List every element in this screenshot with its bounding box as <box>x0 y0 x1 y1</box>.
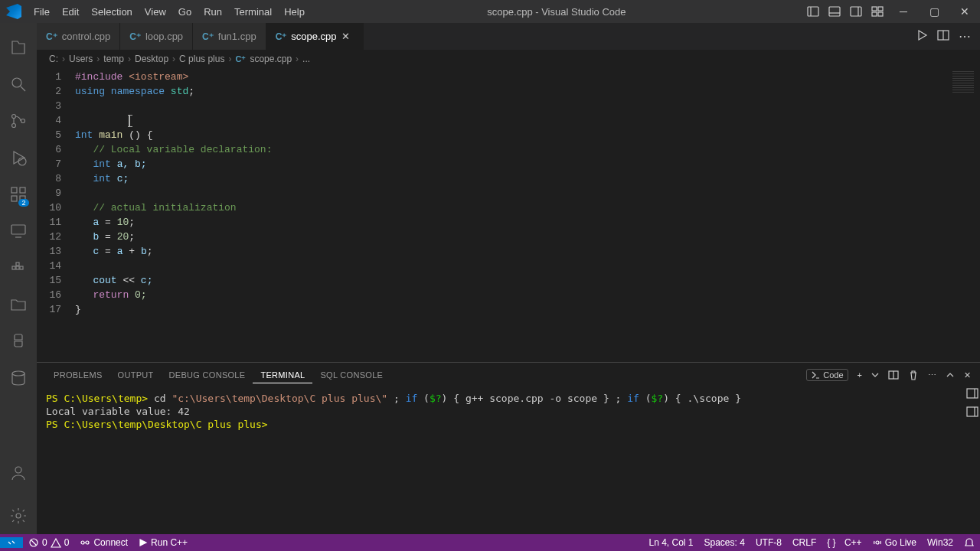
cpp-icon: C⁺ <box>202 31 214 42</box>
kill-terminal-icon[interactable] <box>908 370 919 380</box>
close-tab-icon[interactable]: ✕ <box>341 31 354 43</box>
tab-loop[interactable]: C⁺loop.cpp <box>120 23 193 50</box>
svg-rect-22 <box>12 266 15 269</box>
panel-tab-terminal[interactable]: TERMINAL <box>253 367 312 383</box>
terminal-output[interactable]: PS C:\Users\temp> cd "c:\Users\temp\Desk… <box>37 387 980 534</box>
breadcrumb[interactable]: C:› Users› temp› Desktop› C plus plus› C… <box>37 50 980 68</box>
account-icon[interactable] <box>0 455 37 491</box>
tab-label: loop.cpp <box>145 31 183 42</box>
remote-indicator[interactable] <box>0 537 23 548</box>
panel-tab-debug[interactable]: DEBUG CONSOLE <box>162 367 253 383</box>
notifications-icon[interactable] <box>959 537 980 548</box>
layout-controls <box>802 0 888 23</box>
svg-rect-33 <box>967 389 978 398</box>
breadcrumb-item[interactable]: temp <box>103 54 124 64</box>
source-control-icon[interactable] <box>0 103 37 139</box>
breadcrumb-item[interactable]: Users <box>69 54 93 64</box>
run-code-icon[interactable] <box>916 29 928 44</box>
docker-icon[interactable] <box>0 249 37 286</box>
code-editor[interactable]: 1234567891011121314151617 #include <iost… <box>37 68 980 362</box>
menu-run[interactable]: Run <box>198 2 228 21</box>
svg-rect-4 <box>851 7 861 16</box>
panel-tab-problems[interactable]: PROBLEMS <box>46 367 110 383</box>
code-content[interactable]: #include <iostream> using namespace std;… <box>75 68 980 362</box>
panel-tab-output[interactable]: OUTPUT <box>110 367 162 383</box>
svg-point-42 <box>876 541 879 544</box>
minimap[interactable] <box>952 71 974 93</box>
menu-selection[interactable]: Selection <box>85 2 138 21</box>
search-icon[interactable] <box>0 66 37 103</box>
tab-fun1[interactable]: C⁺fun1.cpp <box>193 23 266 50</box>
indentation[interactable]: Spaces: 4 <box>699 537 750 548</box>
cpp-icon: C⁺ <box>46 31 57 42</box>
chevron-right-icon: › <box>96 54 100 64</box>
breadcrumb-item[interactable]: C plus plus <box>179 54 224 64</box>
run-debug-icon[interactable] <box>0 139 37 176</box>
svg-rect-2 <box>829 7 840 16</box>
svg-point-28 <box>16 514 21 518</box>
split-terminal-icon[interactable] <box>888 370 899 380</box>
menu-help[interactable]: Help <box>278 2 311 21</box>
new-terminal-icon[interactable]: + <box>858 370 862 380</box>
folder-icon[interactable] <box>0 286 37 323</box>
menu-view[interactable]: View <box>139 2 172 21</box>
cpp-icon: C⁺ <box>276 31 287 42</box>
status-bar: 0 0 Connect Run C++ Ln 4, Col 1 Spaces: … <box>0 534 980 551</box>
settings-icon[interactable] <box>0 497 37 534</box>
menu-edit[interactable]: Edit <box>56 2 85 21</box>
cpp-icon: C⁺ <box>235 54 246 64</box>
python-icon[interactable] <box>0 323 37 360</box>
more-actions-icon[interactable]: ⋯ <box>959 29 971 44</box>
close-button[interactable]: ✕ <box>949 0 980 23</box>
split-editor-icon[interactable] <box>937 29 949 44</box>
more-icon[interactable]: ⋯ <box>928 370 936 380</box>
extensions-icon[interactable]: 2 <box>0 176 37 213</box>
toggle-panel-icon[interactable] <box>824 0 845 23</box>
toggle-sidebar-icon[interactable] <box>802 0 824 23</box>
eol[interactable]: CRLF <box>787 537 822 548</box>
menu-file[interactable]: File <box>28 2 56 21</box>
svg-rect-17 <box>11 196 17 201</box>
customize-layout-icon[interactable] <box>867 0 888 23</box>
maximize-button[interactable]: ▢ <box>919 0 949 23</box>
database-icon[interactable] <box>0 360 37 396</box>
status-run[interactable]: Run C++ <box>133 537 193 548</box>
status-connect[interactable]: Connect <box>74 537 133 548</box>
maximize-panel-icon[interactable] <box>946 370 955 380</box>
window-controls: ─ ▢ ✕ <box>888 0 980 23</box>
platform[interactable]: Win32 <box>922 537 959 548</box>
svg-point-10 <box>12 78 21 87</box>
tab-scope[interactable]: C⁺scope.cpp✕ <box>266 23 364 50</box>
chevron-right-icon: › <box>128 54 131 64</box>
breadcrumb-item[interactable]: scope.cpp <box>250 54 292 64</box>
panel-tab-sql[interactable]: SQL CONSOLE <box>312 367 390 383</box>
menu-terminal[interactable]: Terminal <box>228 2 278 21</box>
problems-status[interactable]: 0 0 <box>23 537 74 548</box>
breadcrumb-item[interactable]: ... <box>302 54 310 64</box>
explorer-icon[interactable] <box>0 29 37 66</box>
go-live[interactable]: Go Live <box>867 537 922 548</box>
tab-control[interactable]: C⁺control.cpp <box>37 23 120 50</box>
remote-explorer-icon[interactable] <box>0 213 37 249</box>
terminal-side-icon[interactable] <box>966 406 978 421</box>
svg-rect-16 <box>11 187 17 193</box>
svg-rect-24 <box>20 266 23 269</box>
terminal-dropdown-icon[interactable] <box>871 371 879 379</box>
menu-go[interactable]: Go <box>172 2 198 21</box>
terminal-profile[interactable]: Code <box>806 369 848 381</box>
close-panel-icon[interactable]: ✕ <box>964 370 971 380</box>
title-bar: File Edit Selection View Go Run Terminal… <box>0 0 980 23</box>
toggle-secondary-icon[interactable] <box>845 0 867 23</box>
terminal-side-icon[interactable] <box>966 387 978 403</box>
panel-actions: Code + ⋯ ✕ <box>806 369 971 381</box>
encoding[interactable]: UTF-8 <box>750 537 787 548</box>
minimize-button[interactable]: ─ <box>888 0 919 23</box>
window-title: scope.cpp - Visual Studio Code <box>311 6 802 18</box>
language-mode[interactable]: { } C++ <box>822 537 867 548</box>
line-gutter: 1234567891011121314151617 <box>37 68 75 362</box>
cursor-position[interactable]: Ln 4, Col 1 <box>643 537 698 548</box>
breadcrumb-item[interactable]: Desktop <box>135 54 168 64</box>
chevron-right-icon: › <box>62 54 65 64</box>
activity-bar: 2 <box>0 23 37 534</box>
breadcrumb-item[interactable]: C: <box>49 54 58 64</box>
